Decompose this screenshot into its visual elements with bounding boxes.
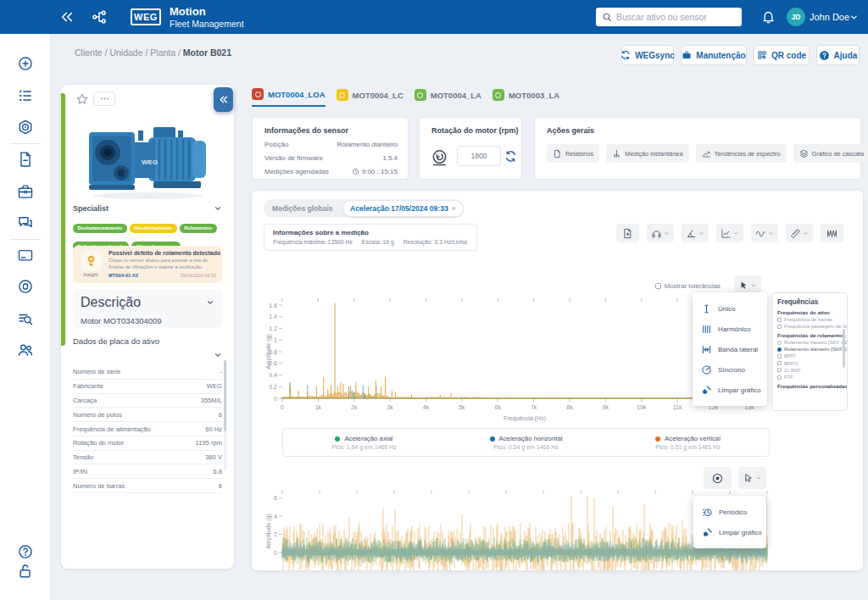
sidebar-chat-icon[interactable] bbox=[17, 214, 34, 231]
sensor-info-row: Medições agendadas9:00 ; 15:15 bbox=[264, 168, 398, 175]
freq-item-checkbox[interactable]: FTF bbox=[777, 375, 842, 380]
sidebar-lock-open-icon[interactable] bbox=[17, 563, 34, 580]
sidebar-toolbox-icon[interactable] bbox=[17, 183, 34, 200]
weg-logo: WEG bbox=[131, 8, 161, 25]
freq-item-checkbox[interactable]: BPFO bbox=[777, 361, 842, 366]
toolbar-ruler-button[interactable] bbox=[786, 224, 813, 242]
hierarchy-icon[interactable] bbox=[92, 9, 107, 25]
legend-item[interactable]: Aceleração horizontalPico: 0.64 g em 146… bbox=[445, 429, 607, 456]
sensor-status-icon bbox=[492, 89, 504, 101]
freq-item-checkbox[interactable]: Frequência de barras bbox=[777, 317, 842, 322]
more-options-button[interactable] bbox=[93, 92, 115, 106]
tab-medicoes-globais[interactable]: Medições globais bbox=[264, 204, 342, 213]
insight-card[interactable]: Insight Possível defeito de rolamento de… bbox=[73, 246, 222, 283]
notifications-bell-icon[interactable] bbox=[761, 9, 776, 24]
sensor-status-icon bbox=[252, 88, 264, 100]
chart-toolbar bbox=[616, 224, 843, 242]
freq-item-checkbox[interactable]: BPFI bbox=[777, 353, 842, 358]
asset-panel: WEG Specialist DesbalanceamentoDesalinha… bbox=[61, 85, 234, 569]
freq-item-radio[interactable]: Rolamento dianteiro [SKF 6314] bbox=[777, 347, 842, 352]
sensor-status-icon bbox=[337, 89, 348, 101]
help-icon bbox=[819, 50, 830, 61]
manutencao-button[interactable]: Manutenção bbox=[681, 45, 747, 65]
sidebar-help-icon[interactable] bbox=[17, 543, 34, 560]
sidebar-monitor-icon[interactable] bbox=[17, 119, 34, 136]
legend-item[interactable]: Aceleração verticalPico: 0.51 g em 1461 … bbox=[607, 429, 769, 456]
chevron-down-icon bbox=[698, 231, 704, 236]
nameplate-row: Rotação do motor1195 rpm bbox=[73, 436, 222, 451]
sensor-tab-MOT0004_LC[interactable]: MOT0004_LC bbox=[337, 88, 403, 107]
toolbar-wave-w-button[interactable] bbox=[821, 224, 843, 242]
scrollbar[interactable] bbox=[224, 360, 226, 470]
svg-text:Amplitude (g): Amplitude (g) bbox=[265, 514, 272, 549]
menu-item-harmonic[interactable]: Harmônico bbox=[693, 319, 767, 339]
collapse-sidebar-icon[interactable] bbox=[59, 9, 75, 25]
insight-sensor-link[interactable]: MTS04-01-X3 bbox=[108, 273, 138, 278]
legend-dot bbox=[490, 436, 495, 442]
sidebar-document-icon[interactable] bbox=[17, 151, 34, 168]
scrollbar[interactable] bbox=[843, 329, 845, 368]
sidebar-users-icon[interactable] bbox=[17, 342, 34, 358]
toolbar-headphones-button[interactable] bbox=[647, 224, 674, 242]
acao-button-2[interactable]: Medição instantânea bbox=[606, 144, 688, 163]
freq-group-title: Frequências do ativo bbox=[777, 309, 842, 315]
acao-button-3[interactable]: Tendências de espectro bbox=[696, 144, 787, 163]
freq-item-radio[interactable]: Rolamento traseiro [SKF 6314] bbox=[777, 340, 842, 345]
freq-item-checkbox[interactable]: 2x BSF bbox=[777, 368, 842, 373]
sensor-tab-MOT0003_LA[interactable]: MOT0003_LA bbox=[492, 88, 559, 107]
refresh-icon[interactable] bbox=[504, 150, 517, 163]
sidebar-card-icon[interactable] bbox=[17, 247, 34, 264]
menu-item-ibeam[interactable]: Único bbox=[693, 298, 767, 319]
rpm-input[interactable] bbox=[457, 146, 501, 166]
menu-item-sideband[interactable]: Banda lateral bbox=[693, 339, 767, 359]
toolbar-file-plus-button[interactable] bbox=[616, 224, 639, 242]
chevron-down-icon[interactable] bbox=[214, 351, 222, 359]
sidebar-list-icon[interactable] bbox=[17, 87, 34, 104]
user-name[interactable]: John Doe bbox=[810, 12, 849, 22]
sidebar-token-icon[interactable] bbox=[17, 278, 34, 295]
ibeam-icon bbox=[701, 303, 712, 314]
toolbar-chart-frame-button[interactable] bbox=[716, 224, 743, 242]
chevron-down-icon[interactable] bbox=[214, 204, 222, 213]
sine-icon bbox=[755, 228, 766, 239]
ajuda-button[interactable]: Ajuda bbox=[816, 45, 860, 65]
clock-icon bbox=[352, 168, 359, 175]
chevron-down-icon[interactable] bbox=[206, 298, 214, 307]
search-input[interactable] bbox=[616, 12, 736, 22]
collapse-panel-button[interactable] bbox=[214, 87, 233, 112]
motor-rotation-icon bbox=[430, 147, 449, 167]
legend-item[interactable]: Aceleração axialPico: 1.64 g em 1466 Hz bbox=[283, 429, 445, 456]
menu-item-periodic[interactable]: Periódico bbox=[693, 502, 766, 522]
acao-button-1[interactable]: Relatórios bbox=[547, 144, 599, 163]
menu-item-broom[interactable]: Limpar gráfico bbox=[693, 522, 766, 542]
menu-item-sync-gauge[interactable]: Síncrono bbox=[693, 359, 767, 380]
freq-item-checkbox[interactable]: Frequência passagem de bobinas bbox=[777, 324, 842, 329]
sensor-tab-MOT0004_LOA[interactable]: MOT0004_LOA bbox=[252, 88, 326, 107]
sensor-tabs: MOT0004_LOAMOT0004_LCMOT0004_LAMOT0003_L… bbox=[252, 88, 559, 107]
cursor-tool-button-2[interactable] bbox=[738, 467, 766, 489]
tab-aceleracao[interactable]: Aceleração 17/05/2024 09:33 × bbox=[342, 200, 464, 217]
svg-text:1.6: 1.6 bbox=[269, 303, 277, 308]
chart-frame-icon bbox=[721, 228, 732, 239]
global-search[interactable] bbox=[596, 8, 742, 26]
close-tab-icon[interactable]: × bbox=[452, 204, 456, 213]
breadcrumb[interactable]: Cliente / Unidade / Planta / Motor B021 bbox=[75, 47, 231, 58]
menu-item-broom[interactable]: Limpar gráfico bbox=[693, 380, 767, 400]
nameplate-row: Tensão380 V bbox=[73, 451, 222, 465]
wegsync-button[interactable]: WEGsync bbox=[621, 45, 674, 65]
sensor-tab-MOT0004_LA[interactable]: MOT0004_LA bbox=[415, 88, 481, 107]
sidebar-add-icon[interactable] bbox=[17, 55, 34, 72]
toolbar-angle-button[interactable] bbox=[682, 224, 709, 242]
user-menu-chevron-icon[interactable] bbox=[849, 13, 859, 22]
user-avatar[interactable]: JD bbox=[787, 8, 805, 26]
cursor-icon bbox=[743, 473, 754, 484]
sidebar-search-list-icon[interactable] bbox=[17, 310, 34, 327]
sensor-info-row: PosiçãoRolamento dianteiro bbox=[264, 141, 398, 148]
favorite-star-icon[interactable] bbox=[75, 92, 89, 106]
qr-code-button[interactable]: QR code bbox=[754, 45, 810, 65]
periodic-icon bbox=[702, 507, 713, 518]
target-tool-button[interactable] bbox=[704, 467, 732, 489]
toolbar-sine-button[interactable] bbox=[751, 224, 778, 242]
acao-button-4[interactable]: Gráfico de cascata bbox=[793, 144, 868, 163]
doc-icon bbox=[553, 149, 562, 158]
